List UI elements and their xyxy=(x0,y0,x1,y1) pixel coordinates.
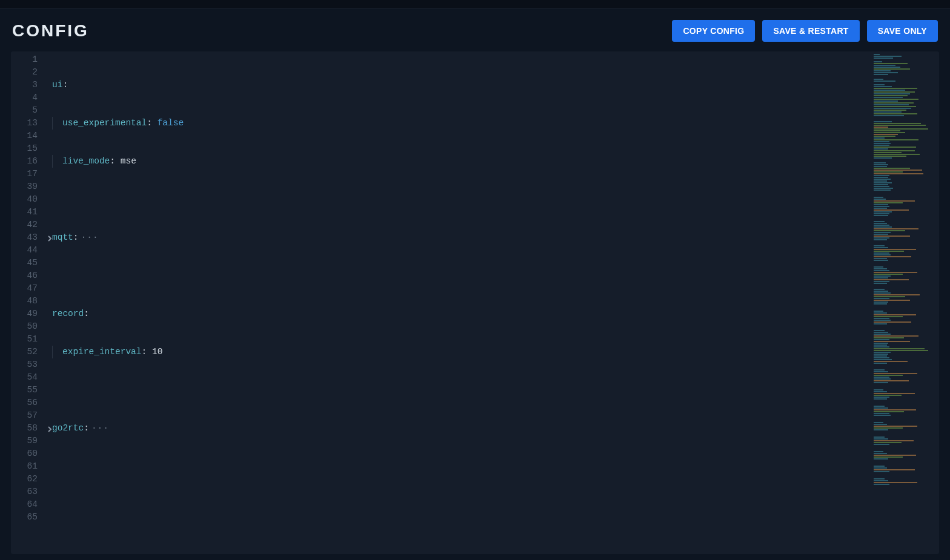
fold-toggle-icon[interactable] xyxy=(46,234,55,242)
fold-toggle-icon[interactable] xyxy=(46,424,55,433)
window-top-strip xyxy=(0,0,950,9)
code-content[interactable]: ui: use_experimental: false live_mode: m… xyxy=(50,51,871,554)
code-line: ui: xyxy=(52,79,871,91)
code-line: expire_interval: 10 xyxy=(52,346,871,358)
minimap[interactable] xyxy=(871,51,939,554)
code-line: live_mode: mse xyxy=(52,155,871,168)
code-line-folded: mqtt:··· xyxy=(52,231,871,244)
code-line xyxy=(52,536,871,549)
code-line: record: xyxy=(52,308,871,320)
code-line xyxy=(52,384,871,397)
code-line xyxy=(52,498,871,511)
line-number-gutter: 1 2 3 4 5 13 14 15 16 17 39 40 41 42 43 … xyxy=(11,51,50,554)
copy-config-button[interactable]: COPY CONFIG xyxy=(672,20,755,42)
code-editor[interactable]: 1 2 3 4 5 13 14 15 16 17 39 40 41 42 43 … xyxy=(11,51,939,554)
save-restart-button[interactable]: SAVE & RESTART xyxy=(762,20,859,42)
code-line: use_experimental: false xyxy=(52,117,871,130)
code-line xyxy=(52,269,871,282)
code-line xyxy=(52,460,871,473)
page-header: CONFIG COPY CONFIG SAVE & RESTART SAVE O… xyxy=(0,9,950,51)
page-title: CONFIG xyxy=(12,21,89,41)
code-line-folded: go2rtc:··· xyxy=(52,422,871,435)
code-line xyxy=(52,193,871,206)
action-buttons: COPY CONFIG SAVE & RESTART SAVE ONLY xyxy=(672,20,938,42)
save-only-button[interactable]: SAVE ONLY xyxy=(867,20,938,42)
